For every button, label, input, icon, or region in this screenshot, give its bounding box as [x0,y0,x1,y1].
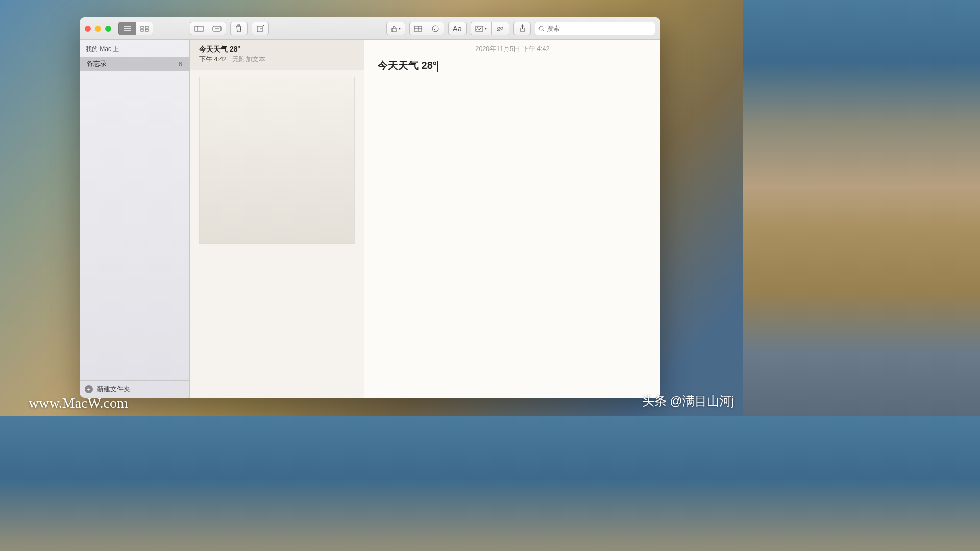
delete-button[interactable] [230,22,248,35]
sidebar-section-header: 我的 Mac 上 [80,40,189,57]
attachments-button[interactable] [208,22,226,35]
format-button[interactable]: Aa [448,22,467,35]
collaborate-button[interactable] [491,22,509,35]
sidebar-item-notes[interactable]: 备忘录 6 [80,57,189,71]
svg-rect-0 [141,26,143,28]
svg-line-19 [543,30,544,31]
notes-window: ▾ Aa ▾ [80,17,660,398]
new-note-button[interactable] [252,22,269,35]
attach-view-button[interactable] [190,22,208,35]
editor-title-text: 今天天气 28° [378,60,437,71]
gallery-view-button[interactable] [136,22,153,35]
sidebar-icon [194,26,204,32]
collaborate-icon [496,26,505,32]
toolbar: ▾ Aa ▾ [80,17,660,40]
checklist-button[interactable] [427,22,444,35]
table-icon [414,26,422,32]
share-button[interactable] [513,22,531,35]
svg-point-16 [498,27,500,29]
svg-point-15 [477,27,478,28]
zoom-button[interactable] [105,26,111,32]
table-button[interactable] [409,22,427,35]
note-list-item[interactable]: 今天天气 28° 下午 4:42 无附加文本 [190,40,364,70]
text-cursor [437,61,438,72]
editor-content[interactable]: 今天天气 28° [364,57,660,74]
svg-rect-4 [195,26,203,31]
watermark-author: 头条 @满目山河j [642,393,734,409]
svg-rect-14 [476,26,483,31]
svg-point-13 [432,26,438,32]
svg-point-17 [501,27,503,29]
grid-icon [140,26,149,32]
list-view-button[interactable] [118,22,136,35]
chevron-down-icon: ▾ [399,26,401,31]
note-item-preview: 无附加文本 [232,56,265,63]
lock-button[interactable]: ▾ [386,22,405,35]
notes-list: 今天天气 28° 下午 4:42 无附加文本 [190,40,364,398]
trash-icon [235,24,242,32]
search-field[interactable] [535,22,655,35]
svg-rect-1 [145,26,148,28]
close-button[interactable] [85,26,91,32]
svg-point-18 [539,26,543,30]
svg-rect-2 [141,29,143,31]
note-item-title: 今天天气 28° [199,45,355,54]
media-button[interactable]: ▾ [471,22,491,35]
note-attachment-thumbnail[interactable] [199,77,355,244]
search-icon [538,26,545,32]
lock-icon [391,25,397,32]
sidebar-item-label: 备忘录 [87,59,107,68]
search-input[interactable] [547,24,652,32]
attachment-icon [212,26,222,32]
view-mode-segment [118,22,153,35]
sidebar-item-count: 6 [179,60,182,68]
compose-icon [257,24,264,32]
svg-rect-3 [145,29,148,31]
share-icon [519,24,526,32]
minimize-button[interactable] [95,26,101,32]
checklist-icon [432,25,439,32]
svg-rect-9 [392,28,396,32]
note-item-time: 下午 4:42 [199,56,227,63]
new-folder-label: 新建文件夹 [97,385,130,394]
editor-timestamp: 2020年11月5日 下午 4:42 [364,40,660,57]
plus-icon: ＋ [85,385,93,393]
watermark-site: www.MacW.com [29,395,128,411]
window-controls [85,26,111,32]
sidebar: 我的 Mac 上 备忘录 6 ＋ 新建文件夹 [80,40,190,398]
editor[interactable]: 2020年11月5日 下午 4:42 今天天气 28° [364,40,660,398]
list-icon [124,26,132,32]
chevron-down-icon: ▾ [485,26,487,31]
photo-icon [475,26,483,32]
